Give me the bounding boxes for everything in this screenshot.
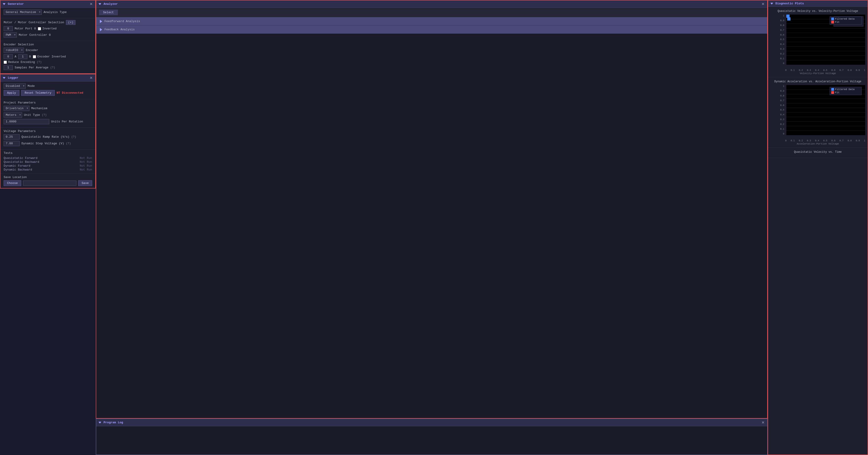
encoder-b-label: B	[29, 55, 31, 58]
analyzer-select-btn[interactable]: Select	[99, 9, 118, 15]
encoder-type-select[interactable]: roboRIO	[4, 47, 24, 53]
feedback-analysis-item[interactable]: Feedback Analysis	[96, 26, 767, 34]
encoder-b-input[interactable]	[18, 54, 27, 59]
motor-controller-label: Motor Controller 0	[19, 33, 51, 37]
program-log-close-btn[interactable]: ✕	[761, 420, 765, 425]
encoder-dropdown-label: Encoder	[26, 48, 38, 52]
logger-collapse-icon[interactable]	[3, 77, 5, 79]
mechanism-row: Drivetrain Mechanism	[4, 106, 92, 111]
voltage-params-label: Voltage Parameters	[4, 129, 92, 133]
x-axis-0: 0 0.1 0.2 0.3 0.4 0.5 0.6 0.7 0.8 0.9 1	[785, 69, 865, 72]
reset-telemetry-btn[interactable]: Reset Telemetry	[21, 90, 55, 96]
save-btn[interactable]: Save	[78, 180, 92, 186]
generator-close-btn[interactable]: ✕	[89, 2, 93, 6]
motor-inverted-wrap: Inverted	[38, 27, 57, 30]
encoder-inverted-checkbox[interactable]	[33, 55, 36, 58]
project-params-label: Project Parameters	[4, 101, 92, 104]
left-column: Generator ✕ General Mechanism Analysis T…	[0, 0, 96, 455]
encoder-section-label: Encoder Selection	[4, 43, 92, 46]
mechanism-dropdown-wrap[interactable]: Drivetrain	[4, 106, 29, 111]
test-name-0: Quasistatic Forward	[4, 156, 37, 160]
y-axis-1: 1 0.9 0.8 0.7 0.6 0.5 0.4 0.3 0.2 0.1 0	[770, 85, 785, 135]
mode-row: Disabled Mode	[4, 84, 92, 89]
svg-rect-12	[787, 17, 790, 21]
general-mechanism-dropdown-wrap[interactable]: General Mechanism	[4, 9, 42, 15]
motor-section: Motor / Motor Controller Selection (+) M…	[0, 18, 95, 41]
chart-svg-0: Filtered Data Fit	[786, 14, 865, 65]
program-log-header: Program Log ✕	[96, 419, 767, 426]
reduce-encoding-row: Reduce Encoding (?)	[4, 60, 92, 64]
program-log-content	[96, 426, 767, 455]
test-status-3: Not Run	[80, 168, 92, 171]
motor-controller-row: PWM Motor Controller 0	[4, 32, 92, 38]
mode-label: Mode	[28, 84, 35, 88]
encoder-a-input[interactable]	[4, 54, 13, 59]
unit-type-select[interactable]: Meters	[4, 112, 22, 118]
middle-column: Analyzer ✕ Select Feedforward Analysis F…	[96, 0, 768, 455]
encoder-type-dropdown-wrap[interactable]: roboRIO	[4, 47, 24, 53]
units-per-rotation-row: Units Per Rotation	[4, 119, 92, 124]
chart-block-0: Quasistatic Velocity vs. Velocity-Portio…	[768, 7, 868, 77]
logger-panel: Logger ✕ Disabled Mode Apply Reset Telem…	[0, 74, 96, 189]
mode-dropdown-wrap[interactable]: Disabled	[4, 84, 26, 89]
generator-header: Generator ✕	[0, 0, 95, 8]
motor-port-label: Motor Port 0	[14, 27, 36, 30]
unit-type-row: Meters Unit Type (?)	[4, 112, 92, 118]
test-name-1: Quasistatic Backward	[4, 160, 39, 164]
save-path-input[interactable]	[23, 181, 76, 186]
reduce-encoding-wrap: Reduce Encoding	[4, 60, 35, 64]
unit-type-dropdown-wrap[interactable]: Meters	[4, 112, 22, 118]
analyzer-panel: Analyzer ✕ Select Feedforward Analysis F…	[96, 0, 768, 419]
logger-actions-row: Apply Reset Telemetry NT Disconnected	[4, 90, 92, 96]
chart-container: Quasistatic Velocity vs. Velocity-Portio…	[768, 7, 868, 455]
quasistatic-ramp-hint: (?)	[71, 135, 76, 139]
x-axis-label-0: Velocity-Portion Voltage	[770, 72, 865, 75]
analyzer-close-btn[interactable]: ✕	[761, 2, 765, 6]
test-status-1: Not Run	[80, 160, 92, 164]
general-mechanism-select[interactable]: General Mechanism	[4, 9, 42, 15]
logger-close-btn[interactable]: ✕	[89, 76, 93, 80]
program-log-title-wrap: Program Log	[98, 421, 123, 424]
units-per-rotation-input[interactable]	[4, 119, 49, 124]
chart-block-2: Quasistatic Velocity vs. Time	[768, 148, 868, 158]
analyzer-collapse-icon[interactable]	[98, 3, 101, 5]
feedback-analysis-label: Feedback Analysis	[104, 28, 135, 31]
apply-btn[interactable]: Apply	[4, 90, 20, 96]
motor-controller-dropdown-wrap[interactable]: PWM	[4, 32, 17, 38]
choose-btn[interactable]: Choose	[4, 180, 21, 186]
encoder-type-row: roboRIO Encoder	[4, 47, 92, 53]
mechanism-select[interactable]: Drivetrain	[4, 106, 29, 111]
reduce-encoding-label: Reduce Encoding	[8, 60, 35, 64]
unit-type-hint: (?)	[42, 113, 47, 117]
analysis-type-label: Analysis Type	[43, 10, 67, 14]
motor-inverted-checkbox[interactable]	[38, 27, 41, 30]
reduce-encoding-checkbox[interactable]	[4, 61, 7, 64]
feedforward-expand-icon	[100, 20, 102, 23]
diagnostic-plots-header: Diagnostic Plots	[768, 0, 868, 7]
test-row-1: Quasistatic Backward Not Run	[4, 160, 92, 164]
save-location-label: Save Location	[4, 175, 92, 179]
test-row-0: Quasistatic Forward Not Run	[4, 156, 92, 160]
program-log-collapse-icon[interactable]	[98, 422, 101, 424]
add-motor-btn[interactable]: (+)	[66, 20, 75, 25]
diagnostic-plots-title: Diagnostic Plots	[775, 2, 804, 5]
motor-port-input[interactable]	[4, 26, 13, 31]
mode-section: Disabled Mode Apply Reset Telemetry NT D…	[0, 82, 95, 99]
analysis-type-row: General Mechanism Analysis Type	[4, 9, 92, 15]
motor-inverted-label: Inverted	[42, 27, 57, 30]
samples-per-avg-row: Samples Per Average (?)	[4, 65, 92, 70]
samples-per-avg-input[interactable]	[4, 65, 13, 70]
chart-svg-1: Filtered Data Fit	[786, 85, 865, 135]
diagnostic-plots-collapse-icon[interactable]	[770, 3, 773, 5]
motor-controller-select[interactable]: PWM	[4, 32, 17, 38]
dynamic-step-input[interactable]	[4, 141, 20, 146]
feedforward-analysis-item[interactable]: Feedforward Analysis	[96, 17, 767, 26]
analyzer-title: Analyzer	[103, 2, 118, 6]
mode-select[interactable]: Disabled	[4, 84, 26, 89]
generator-collapse-icon[interactable]	[3, 3, 5, 5]
quasistatic-ramp-input[interactable]	[4, 134, 20, 139]
feedback-expand-icon	[100, 28, 102, 31]
y-axis-0: 1 0.9 0.8 0.7 0.6 0.5 0.4 0.3 0.2 0.1 0	[770, 14, 785, 65]
save-location-section: Save Location Choose Save	[0, 174, 95, 188]
test-row-2: Dynamic Forward Not Run	[4, 164, 92, 168]
